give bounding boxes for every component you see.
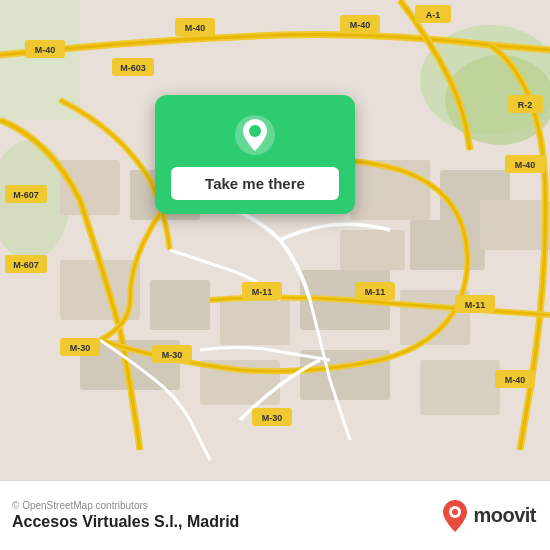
svg-text:M-40: M-40: [35, 45, 56, 55]
svg-text:M-603: M-603: [120, 63, 146, 73]
osm-attribution: © OpenStreetMap contributors: [12, 500, 239, 511]
svg-rect-20: [480, 200, 550, 250]
svg-text:M-30: M-30: [70, 343, 91, 353]
moovit-pin-icon: [441, 498, 469, 534]
svg-rect-18: [340, 230, 405, 270]
svg-rect-6: [150, 280, 210, 330]
map-container[interactable]: M-40 M-40 M-40 M-40 M-40 A-1 R-2 M-603 M…: [0, 0, 550, 480]
svg-text:M-11: M-11: [252, 287, 273, 297]
svg-rect-7: [220, 300, 290, 345]
svg-text:M-11: M-11: [465, 300, 486, 310]
moovit-logo: moovit: [441, 498, 536, 534]
bottom-bar: © OpenStreetMap contributors Accesos Vir…: [0, 480, 550, 550]
svg-rect-19: [410, 220, 485, 270]
location-pin-icon: [233, 113, 277, 157]
svg-text:M-607: M-607: [13, 190, 39, 200]
svg-point-56: [452, 509, 458, 515]
svg-text:M-40: M-40: [350, 20, 371, 30]
svg-text:M-40: M-40: [515, 160, 536, 170]
svg-text:R-2: R-2: [518, 100, 533, 110]
svg-text:M-30: M-30: [262, 413, 283, 423]
bottom-info: © OpenStreetMap contributors Accesos Vir…: [12, 500, 239, 531]
svg-text:M-40: M-40: [185, 23, 206, 33]
svg-text:M-30: M-30: [162, 350, 183, 360]
svg-point-54: [249, 125, 261, 137]
svg-rect-13: [420, 360, 500, 415]
svg-rect-14: [60, 160, 120, 215]
moovit-text: moovit: [473, 504, 536, 527]
svg-text:M-40: M-40: [505, 375, 526, 385]
svg-text:A-1: A-1: [426, 10, 441, 20]
location-name: Accesos Virtuales S.l., Madrid: [12, 513, 239, 531]
take-me-there-button[interactable]: Take me there: [171, 167, 339, 200]
popup-card: Take me there: [155, 95, 355, 214]
svg-text:M-607: M-607: [13, 260, 39, 270]
svg-text:M-11: M-11: [365, 287, 386, 297]
